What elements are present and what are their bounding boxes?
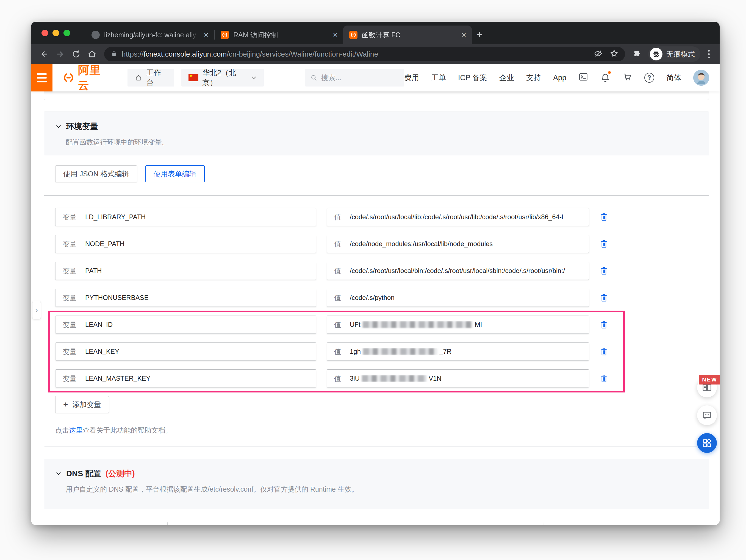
variable-value-field[interactable]: 值 /code/node_modules:/usr/local/lib/node…: [327, 235, 589, 253]
delete-variable-button[interactable]: [600, 293, 608, 302]
nav-support[interactable]: 支持: [526, 73, 541, 83]
value-label: 值: [334, 293, 341, 302]
chevron-down-icon: [251, 75, 257, 81]
new-tab-button[interactable]: +: [472, 27, 487, 42]
incognito-badge: 无痕模式: [648, 47, 700, 62]
env-section-body: 使用 JSON 格式编辑 使用表单编辑 变量 LD_LIBRARY_PATH 值…: [44, 155, 709, 446]
add-variable-button[interactable]: + 添加变量: [55, 396, 109, 413]
variable-value-field[interactable]: 值 UFtMI: [327, 316, 589, 334]
edit-form-button[interactable]: 使用表单编辑: [145, 165, 205, 182]
cloudshell-icon[interactable]: [578, 72, 588, 84]
variable-name-field[interactable]: 变量 PATH: [55, 262, 316, 280]
dns-beta-badge: (公测中): [106, 468, 135, 479]
nav-billing[interactable]: 费用: [404, 73, 419, 83]
env-variable-row: 变量 PATH 值 /code/.s/root/usr/local/bin:/c…: [55, 262, 608, 280]
dns-section-description: 用户自定义的 DNS 配置，平台根据该配置生成/etc/resolv.conf。…: [66, 485, 698, 494]
feedback-floating-button[interactable]: [697, 405, 717, 425]
collapse-chevron-icon[interactable]: [55, 470, 62, 477]
bookmark-star-icon[interactable]: [610, 49, 619, 59]
close-tab-icon[interactable]: ×: [204, 31, 208, 39]
search-input[interactable]: [321, 73, 399, 82]
previous-section-card-edge: [44, 91, 709, 100]
name-servers-input[interactable]: [167, 522, 543, 525]
collapse-chevron-icon[interactable]: [55, 123, 62, 130]
variable-name: LD_LIBRARY_PATH: [85, 213, 146, 221]
variable-value-field[interactable]: 值 /code/.s/root/usr/local/bin:/code/.s/r…: [327, 262, 589, 280]
notifications-bell-icon[interactable]: [600, 73, 610, 83]
browser-toolbar: https://fcnext.console.aliyun.com/cn-bei…: [31, 44, 720, 64]
nav-app[interactable]: App: [553, 73, 566, 82]
cart-icon[interactable]: [622, 72, 632, 84]
dns-section-title: DNS 配置: [66, 468, 101, 479]
edit-json-button[interactable]: 使用 JSON 格式编辑: [55, 165, 137, 182]
masked-secret: [362, 375, 426, 382]
home-icon[interactable]: [85, 47, 99, 61]
delete-variable-button[interactable]: [600, 374, 608, 383]
hamburger-menu-icon[interactable]: [31, 64, 53, 91]
delete-variable-button[interactable]: [600, 212, 608, 222]
browser-menu-icon[interactable]: [704, 50, 714, 58]
new-badge: NEW: [699, 375, 720, 384]
aliyun-logo[interactable]: 阿里云: [62, 63, 111, 93]
variable-name-field[interactable]: 变量 LEAN_ID: [55, 316, 316, 334]
reload-icon[interactable]: [69, 47, 83, 61]
minimize-window-button[interactable]: [53, 30, 59, 36]
trash-icon: [600, 347, 608, 356]
url-text: https://fcnext.console.aliyun.com/cn-bei…: [122, 50, 378, 59]
variable-name-field[interactable]: 变量 NODE_PATH: [55, 235, 316, 253]
workbench-button[interactable]: 工作台: [127, 69, 174, 87]
value-label: 值: [334, 266, 341, 275]
close-tab-icon[interactable]: ×: [333, 31, 338, 39]
nav-enterprise[interactable]: 企业: [499, 73, 514, 83]
forward-icon[interactable]: [53, 47, 67, 61]
url-host: fcnext.console.aliyun.com: [144, 50, 227, 58]
value-label: 值: [334, 347, 341, 356]
grid-apps-icon: [702, 438, 712, 448]
close-tab-icon[interactable]: ×: [461, 31, 466, 39]
variable-name: NODE_PATH: [85, 240, 124, 248]
variable-value-field[interactable]: 值 1gh_7R: [327, 343, 589, 361]
delete-variable-button[interactable]: [600, 266, 608, 275]
nav-icp[interactable]: ICP 备案: [458, 73, 487, 83]
trash-icon: [600, 239, 608, 248]
tab-function-compute[interactable]: 函数计算 FC ×: [343, 26, 472, 44]
variable-label: 变量: [63, 320, 76, 329]
variable-name-field[interactable]: 变量 PYTHONUSERBASE: [55, 289, 316, 307]
address-bar[interactable]: https://fcnext.console.aliyun.com/cn-bei…: [104, 47, 625, 61]
variable-name: PYTHONUSERBASE: [85, 294, 149, 301]
delete-variable-button[interactable]: [600, 239, 608, 248]
fullscreen-window-button[interactable]: [63, 30, 70, 36]
trash-icon: [600, 320, 608, 329]
language-toggle[interactable]: 简体: [666, 73, 681, 83]
delete-variable-button[interactable]: [600, 347, 608, 356]
window-controls: [41, 22, 70, 44]
extensions-puzzle-icon[interactable]: [630, 47, 644, 61]
console-search[interactable]: [305, 69, 404, 87]
variable-name-field[interactable]: 变量 LEAN_MASTER_KEY: [55, 370, 316, 387]
variable-name-field[interactable]: 变量 LEAN_KEY: [55, 343, 316, 361]
delete-variable-button[interactable]: [600, 320, 608, 329]
variable-value-field[interactable]: 值 /code/.s/python: [327, 289, 589, 307]
masked-secret: [363, 348, 437, 355]
variable-value-field[interactable]: 值 /code/.s/root/usr/local/lib:/code/.s/r…: [327, 208, 589, 226]
nav-tickets[interactable]: 工单: [431, 73, 446, 83]
tab-github[interactable]: lizheming/aliyun-fc: waline aliy ×: [85, 26, 214, 44]
panel-expand-handle[interactable]: ›: [32, 301, 41, 319]
help-link[interactable]: 这里: [69, 426, 83, 434]
variable-value: 1gh_7R: [350, 348, 452, 355]
add-variable-label: 添加变量: [73, 400, 101, 410]
variable-name: PATH: [85, 267, 102, 275]
apps-floating-button[interactable]: [697, 433, 717, 453]
back-icon[interactable]: [37, 47, 51, 61]
privacy-eye-off-icon[interactable]: [594, 49, 603, 59]
region-selector[interactable]: 华北2（北京）: [181, 69, 264, 87]
env-section-description: 配置函数运行环境中的环境变量。: [66, 138, 698, 147]
tab-ram-console[interactable]: RAM 访问控制 ×: [214, 26, 343, 44]
variable-name-field[interactable]: 变量 LD_LIBRARY_PATH: [55, 208, 316, 226]
header-nav: 费用 工单 ICP 备案 企业 支持 App ? 简体: [404, 70, 720, 86]
avatar[interactable]: [693, 70, 709, 86]
variable-value-field[interactable]: 值 3iUV1N: [327, 370, 589, 387]
help-icon[interactable]: ?: [644, 73, 654, 83]
close-window-button[interactable]: [41, 30, 48, 36]
tab-title: lizheming/aliyun-fc: waline aliy: [104, 31, 199, 39]
